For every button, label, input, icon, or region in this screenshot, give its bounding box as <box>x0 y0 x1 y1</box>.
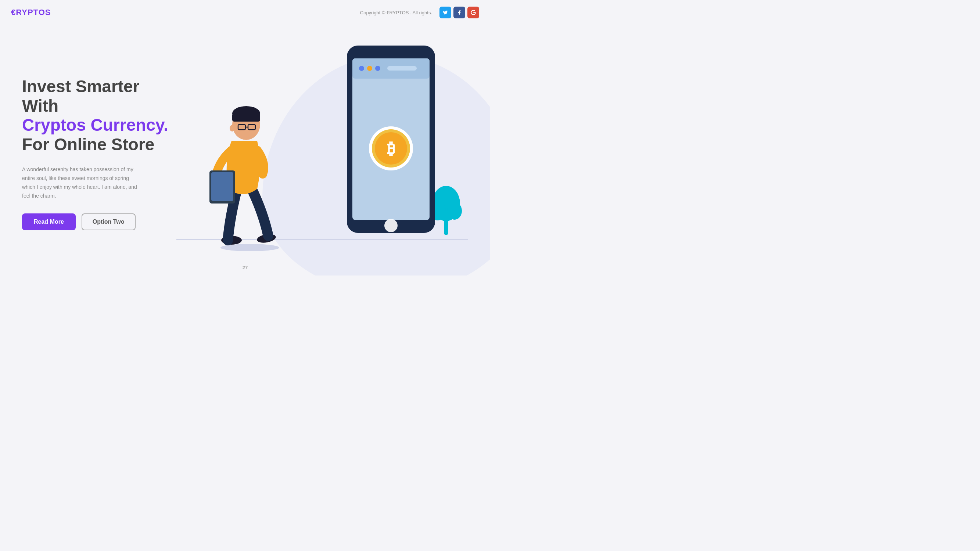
logo: €RYPTOS <box>11 8 51 17</box>
svg-point-3 <box>447 202 462 220</box>
hero-illustration: ₿ <box>177 43 468 256</box>
svg-rect-20 <box>211 172 233 201</box>
main-content: Invest Smarter With Cryptos Currency. Fo… <box>0 25 490 275</box>
svg-point-7 <box>359 66 364 71</box>
copyright-text: Copyright © €RYPTOS . All rights. <box>360 10 432 16</box>
hero-description: A wonderful serenity has taken possessio… <box>22 165 140 200</box>
headline-line3: For Online Store <box>22 135 177 154</box>
header-right: Copyright © €RYPTOS . All rights. <box>360 6 479 18</box>
phone-illustration: ₿ <box>343 46 439 238</box>
option-two-button[interactable]: Option Two <box>81 213 135 230</box>
svg-point-8 <box>367 66 372 71</box>
twitter-button[interactable] <box>439 6 451 18</box>
social-icons <box>439 6 479 18</box>
svg-point-15 <box>384 219 398 232</box>
svg-text:₿: ₿ <box>387 140 395 157</box>
read-more-button[interactable]: Read More <box>22 213 76 230</box>
svg-point-27 <box>230 125 235 132</box>
google-button[interactable] <box>468 6 479 18</box>
svg-point-9 <box>375 66 380 71</box>
left-content: Invest Smarter With Cryptos Currency. Fo… <box>22 70 177 231</box>
page-number: 27 <box>242 265 248 270</box>
headline-line1: Invest Smarter With <box>22 77 177 116</box>
button-group: Read More Option Two <box>22 213 177 230</box>
header: €RYPTOS Copyright © €RYPTOS . All rights… <box>0 0 490 25</box>
svg-rect-10 <box>387 66 417 70</box>
headline-line2: Cryptos Currency. <box>22 115 177 135</box>
facebook-button[interactable] <box>453 6 465 18</box>
svg-rect-23 <box>232 113 260 122</box>
person-illustration <box>195 86 305 253</box>
